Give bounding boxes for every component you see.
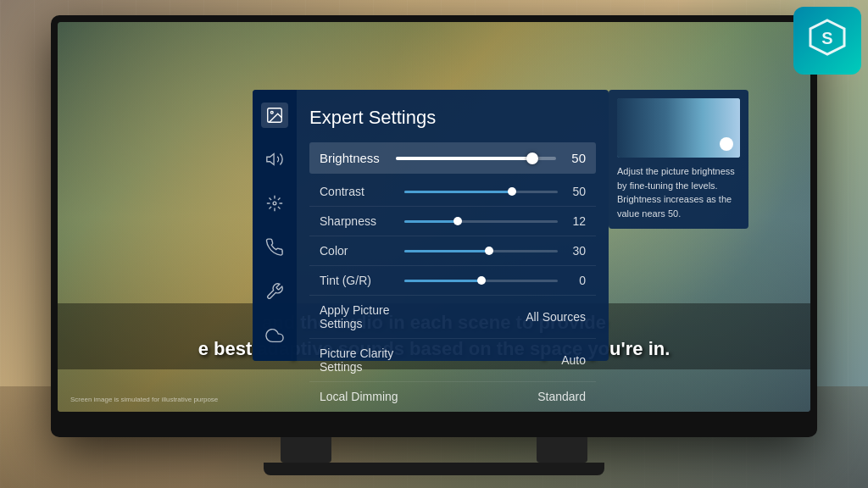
sidebar-item-cloud[interactable] [261,323,288,348]
tint-fill [404,280,481,282]
color-label: Color [320,244,404,258]
tint-thumb[interactable] [477,276,486,285]
contrast-fill [404,191,512,193]
color-slider[interactable] [404,250,558,252]
tv-stand-left [281,437,331,463]
sharpness-fill [404,220,458,223]
apply-picture-value: All Sources [526,310,586,324]
sharpness-row[interactable]: Sharpness 12 [309,207,596,236]
apply-picture-row[interactable]: Apply Picture Settings All Sources [309,296,596,339]
local-dimming-value: Standard [537,390,586,403]
contrast-slider[interactable] [404,191,558,193]
picture-clarity-label: Picture Clarity Settings [320,347,404,374]
tv-menu-panel: Expert Settings Brightness 50 Contrast [253,90,609,361]
settings-list: Contrast 50 Sharpness [309,177,596,411]
svg-marker-4 [267,154,274,165]
sharpness-value: 12 [565,214,586,228]
tv-stand-base [264,463,604,475]
sidebar-item-picture[interactable] [261,103,288,128]
menu-title: Expert Settings [309,107,596,129]
contrast-value: 50 [565,185,586,198]
preview-indicator [720,137,733,151]
tint-value: 0 [565,274,586,287]
sidebar-item-support[interactable] [261,235,288,260]
sidebar-item-sound[interactable] [261,147,288,172]
brightness-slider-fill [396,157,532,160]
color-thumb[interactable] [485,247,493,255]
watermark-symbol: S [806,16,849,66]
color-fill [404,250,489,252]
tint-label: Tint (G/R) [320,274,404,287]
sharpness-thumb[interactable] [453,217,462,225]
preview-image [617,98,740,158]
sidebar-icons-panel [253,90,297,361]
local-dimming-label: Local Dimming [320,390,404,403]
local-dimming-row[interactable]: Local Dimming Standard [309,382,596,411]
brightness-slider-thumb[interactable] [526,152,538,164]
color-value: 30 [565,244,586,258]
sharpness-label: Sharpness [320,214,404,228]
screen-label: Screen image is simulated for illustrati… [70,396,218,403]
brightness-slider[interactable] [396,157,556,160]
picture-clarity-value: Auto [561,353,586,367]
brightness-row[interactable]: Brightness 50 [309,142,596,174]
tv-stand-right [537,437,587,463]
brightness-value: 50 [565,151,586,165]
sidebar-item-network[interactable] [261,191,288,216]
tv-screen: and the audio in each scene to provide e… [58,22,810,412]
svg-point-3 [270,111,273,114]
picture-clarity-row[interactable]: Picture Clarity Settings Auto [309,339,596,382]
color-row[interactable]: Color 30 [309,236,596,266]
svg-text:S: S [821,28,832,47]
svg-point-5 [273,202,276,205]
brightness-label: Brightness [320,151,387,165]
sidebar-item-tools[interactable] [261,279,288,304]
contrast-thumb[interactable] [508,187,516,196]
apply-picture-label: Apply Picture Settings [320,303,404,330]
preview-panel: Adjust the picture brightness by fine-tu… [609,90,748,229]
watermark-logo: S [793,7,861,75]
preview-description: Adjust the picture brightness by fine-tu… [617,164,740,220]
tint-row[interactable]: Tint (G/R) 0 [309,266,596,296]
contrast-label: Contrast [320,185,404,198]
tint-slider[interactable] [404,280,558,282]
menu-main-content: Expert Settings Brightness 50 Contrast [297,90,609,361]
tv-frame: and the audio in each scene to provide e… [51,15,817,437]
sharpness-slider[interactable] [404,220,558,223]
contrast-row[interactable]: Contrast 50 [309,177,596,207]
